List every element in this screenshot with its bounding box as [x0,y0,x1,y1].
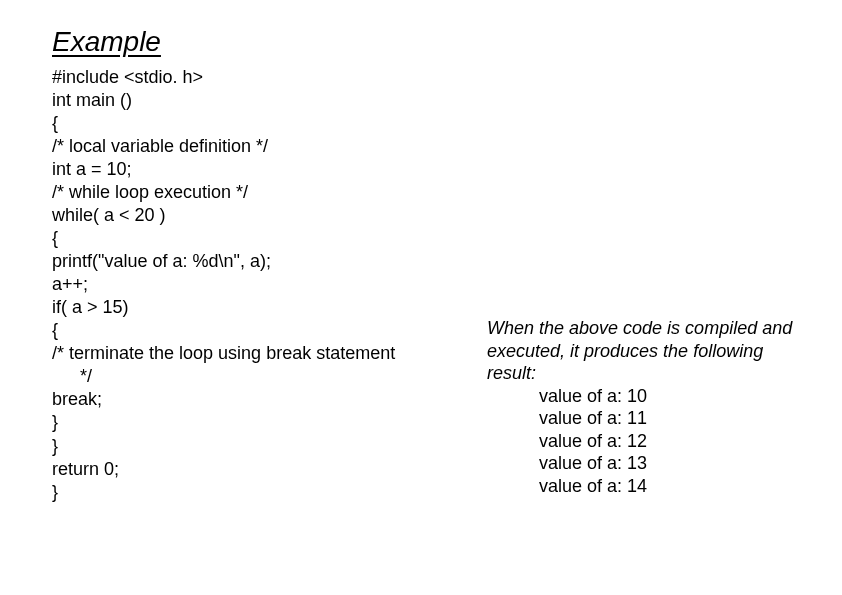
code-line: while( a < 20 ) [52,204,452,227]
code-line: printf("value of a: %d\n", a); [52,250,452,273]
code-line: a++; [52,273,452,296]
result-intro: When the above code is compiled and exec… [487,317,807,385]
code-line: { [52,319,452,342]
code-line: } [52,481,452,504]
code-block: #include <stdio. h> int main () { /* loc… [52,66,452,504]
code-line: } [52,411,452,434]
code-line: /* terminate the loop using break statem… [52,342,452,365]
code-line: /* local variable definition */ [52,135,452,158]
code-line-indent: */ [52,365,452,388]
code-line: { [52,227,452,250]
slide: Example #include <stdio. h> int main () … [0,0,842,595]
output-line: value of a: 14 [487,475,807,498]
code-line: break; [52,388,452,411]
code-line: if( a > 15) [52,296,452,319]
result-block: When the above code is compiled and exec… [487,317,807,497]
code-line: /* while loop execution */ [52,181,452,204]
code-line: return 0; [52,458,452,481]
output-line: value of a: 13 [487,452,807,475]
code-line: { [52,112,452,135]
code-line: #include <stdio. h> [52,66,452,89]
output-line: value of a: 10 [487,385,807,408]
code-line: } [52,435,452,458]
code-line: int a = 10; [52,158,452,181]
output-line: value of a: 12 [487,430,807,453]
slide-title: Example [52,26,161,58]
code-line: int main () [52,89,452,112]
output-line: value of a: 11 [487,407,807,430]
